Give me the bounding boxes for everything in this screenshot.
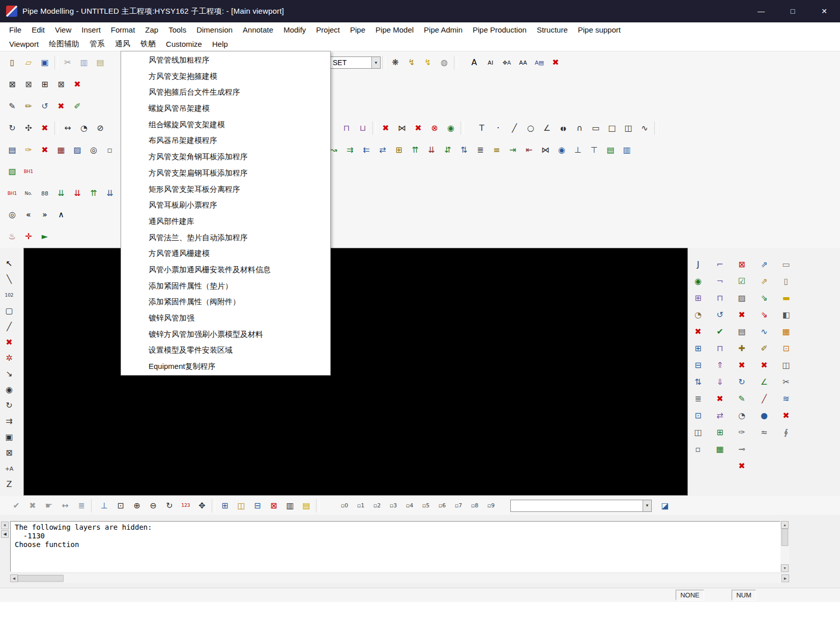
frame-add-icon[interactable]: ⊞	[690, 291, 706, 306]
dropdown-menu-item[interactable]: 布风器吊架建模程序	[121, 132, 330, 149]
dot-box-icon[interactable]: ▫	[690, 442, 706, 457]
bh1-tag-icon[interactable]: BH1	[5, 186, 20, 201]
slab-yellow-icon[interactable]: ▬	[778, 291, 794, 306]
sheet-blue-icon[interactable]: ▥	[619, 142, 634, 158]
delete-red3-icon[interactable]: ✖	[734, 458, 749, 474]
hatch-box-icon[interactable]: ▨	[734, 291, 749, 306]
dropdown-menu-item[interactable]: 添加紧固件属性（垫片）	[121, 278, 330, 294]
arrow-up-purple-icon[interactable]: ⇑	[712, 358, 728, 373]
pen-icon[interactable]: ✎	[5, 99, 20, 114]
marker-yellow-icon[interactable]: ✐	[757, 341, 772, 356]
delete-red-icon[interactable]: ✖	[757, 358, 772, 373]
dropdown-menu-item[interactable]: 方风管通风栅建模	[121, 245, 330, 262]
scrollbar-track[interactable]	[64, 574, 781, 583]
text-delete-icon[interactable]: ✖	[548, 55, 563, 70]
zoom-window-icon[interactable]: ⊡	[113, 498, 128, 513]
console-horizontal-scrollbar[interactable]: ◀ ▶	[10, 574, 789, 583]
view-7-icon[interactable]: ▫7	[451, 498, 466, 513]
fast-forward-icon[interactable]: »	[37, 207, 52, 222]
menu-item[interactable]: 管系	[84, 37, 110, 51]
rectangle-icon[interactable]: ▭	[588, 121, 603, 136]
arrow-se-red-icon[interactable]: ⇘	[757, 307, 772, 323]
cancel-x-icon[interactable]: ✖	[25, 498, 40, 513]
grid-88-icon[interactable]: 88	[37, 186, 52, 201]
box-3d-icon[interactable]: ◫	[621, 121, 636, 136]
zoom-extents-icon[interactable]: ↻	[162, 498, 177, 513]
new-file-icon[interactable]: ▯	[5, 55, 20, 70]
machine-icon[interactable]: ♨	[5, 229, 20, 244]
channel-purple2-icon[interactable]: ⊓	[712, 341, 728, 356]
branch-icon[interactable]: ⇉	[342, 142, 358, 158]
dropdown-menu-item[interactable]: 添加紧固件属性（阀附件）	[121, 294, 330, 310]
dropdown-menu-item[interactable]: 风管抱箍后台文件生成程序	[121, 84, 330, 100]
console-close-icon[interactable]: ✕	[1, 522, 9, 529]
valve-bowtie-icon[interactable]: ⋈	[538, 142, 553, 158]
slab-tall-icon[interactable]: ▯	[778, 274, 794, 289]
arrows-up-green-icon[interactable]: ⇈	[86, 186, 101, 201]
view-0-icon[interactable]: ▫0	[337, 498, 352, 513]
delete-red-icon[interactable]: ✖	[690, 324, 706, 339]
xclip-delete-icon[interactable]: ✖	[70, 77, 85, 92]
pencil-green-icon[interactable]: ✎	[734, 391, 749, 407]
move-h-icon[interactable]: ↔	[57, 498, 73, 513]
dropdown-menu-item[interactable]: 风管耳板刷小票程序	[121, 197, 330, 213]
link-icon[interactable]: ⊸	[734, 442, 749, 457]
levels-icon[interactable]: ≣	[473, 142, 488, 158]
menu-item[interactable]: Customize	[161, 37, 207, 51]
angle-green-icon[interactable]: ∠	[757, 375, 772, 390]
dropdown-menu-item[interactable]: 方风管支架角钢耳板添加程序	[121, 149, 330, 165]
channel-icon[interactable]: ⊓	[339, 121, 354, 136]
merge-icon[interactable]: ⇇	[359, 142, 374, 158]
menu-item[interactable]: 通风	[110, 37, 135, 51]
scissors-gray-icon[interactable]: ✂	[778, 375, 794, 390]
dropdown-menu-item[interactable]: 镀锌风管加强	[121, 310, 330, 326]
coil-icon[interactable]: ∮	[778, 425, 794, 440]
console-vertical-scrollbar[interactable]: ▲ ▼	[780, 521, 789, 572]
view-4-icon[interactable]: ▫4	[402, 498, 417, 513]
delete-red2-icon[interactable]: ✖	[734, 358, 749, 373]
point-icon[interactable]: ·	[490, 121, 506, 136]
support-bottom-icon[interactable]: ⊥	[570, 142, 586, 158]
circle-icon[interactable]: ○	[523, 121, 538, 136]
panel-icon[interactable]: ◫	[690, 425, 706, 440]
xclip-frame-icon[interactable]: ⊠	[53, 77, 69, 92]
offset-right-icon[interactable]: ⇥	[505, 142, 520, 158]
arc-icon[interactable]: ∩	[572, 121, 587, 136]
swap-icon[interactable]: ⇅	[456, 142, 472, 158]
slash-red-icon[interactable]: ╱	[757, 391, 772, 407]
parallel-arrows-icon[interactable]: ⇉	[2, 414, 17, 429]
menu-item[interactable]: Annotate	[238, 22, 278, 37]
offset-left-icon[interactable]: ⇤	[522, 142, 537, 158]
paste-icon[interactable]: ▤	[93, 55, 108, 70]
image-icon[interactable]: ▨	[70, 142, 85, 158]
xclip-poly-icon[interactable]: ⊠	[21, 77, 36, 92]
menu-item[interactable]: Help	[207, 37, 233, 51]
rotate-blue-icon[interactable]: ↻	[734, 375, 749, 390]
arrows-down-green-icon[interactable]: ⇊	[53, 186, 69, 201]
dropdown-menu-item[interactable]: 方风管支架扁钢耳板添加程序	[121, 165, 330, 181]
align-up-icon[interactable]: ⇈	[408, 142, 423, 158]
arrow-se-green-icon[interactable]: ⇘	[757, 291, 772, 306]
panel-gray-icon[interactable]: ◫	[778, 358, 794, 373]
pie-angle-icon[interactable]: ◔	[76, 121, 92, 136]
sheet-yellow-icon[interactable]: ▤	[299, 498, 314, 513]
stretch-icon[interactable]: ↔	[60, 121, 75, 136]
bookmark-icon[interactable]: ◪	[657, 498, 673, 513]
maximize-button[interactable]: □	[777, 0, 808, 22]
scroll-right-icon[interactable]: ▶	[781, 574, 789, 582]
menu-item[interactable]: Insert	[76, 22, 106, 37]
dot-blue-icon[interactable]: ●	[757, 408, 772, 423]
text-sheet-icon[interactable]: A▤	[532, 55, 547, 70]
menu-item[interactable]: Project	[311, 22, 345, 37]
j-hook-icon[interactable]: J	[690, 257, 706, 272]
orbit-icon[interactable]: ◉	[690, 274, 706, 289]
select-arrow-icon[interactable]: ↖	[2, 256, 17, 271]
z-layer-icon[interactable]: Z	[2, 477, 17, 492]
polyline-icon[interactable]: ∠	[539, 121, 555, 136]
anchor-icon[interactable]: ✣	[21, 121, 36, 136]
rotate-refresh-icon[interactable]: ↻	[5, 121, 20, 136]
save-icon[interactable]: ▣	[37, 55, 52, 70]
line-icon[interactable]: ╱	[507, 121, 522, 136]
text-style-icon[interactable]: A	[467, 55, 482, 70]
close-button[interactable]: ✕	[808, 0, 840, 22]
